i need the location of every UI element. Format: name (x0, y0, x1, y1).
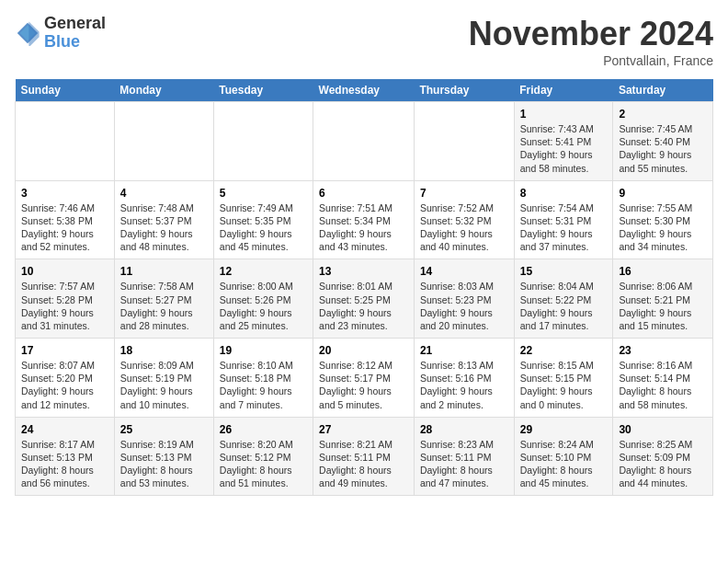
day-info: Sunrise: 8:06 AMSunset: 5:21 PMDaylight:… (619, 280, 707, 332)
day-number: 11 (120, 265, 208, 278)
day-info: Sunrise: 8:19 AMSunset: 5:13 PMDaylight:… (120, 438, 208, 490)
day-info: Sunrise: 8:25 AMSunset: 5:09 PMDaylight:… (619, 438, 707, 490)
day-info: Sunrise: 8:23 AMSunset: 5:11 PMDaylight:… (420, 438, 508, 490)
calendar-week-row: 3Sunrise: 7:46 AMSunset: 5:38 PMDaylight… (16, 180, 713, 259)
day-number: 19 (220, 344, 307, 357)
day-number: 8 (520, 187, 608, 200)
day-info: Sunrise: 8:09 AMSunset: 5:19 PMDaylight:… (120, 359, 208, 411)
calendar-week-row: 1Sunrise: 7:43 AMSunset: 5:41 PMDaylight… (16, 102, 713, 181)
day-number: 4 (120, 187, 208, 200)
day-number: 22 (520, 344, 608, 357)
day-number: 25 (120, 423, 208, 436)
calendar-cell: 20Sunrise: 8:12 AMSunset: 5:17 PMDayligh… (313, 339, 415, 418)
day-number: 24 (21, 423, 108, 436)
day-number: 17 (21, 344, 108, 357)
day-number: 30 (619, 423, 707, 436)
day-info: Sunrise: 8:21 AMSunset: 5:11 PMDaylight:… (319, 438, 408, 490)
day-info: Sunrise: 8:04 AMSunset: 5:22 PMDaylight:… (520, 280, 608, 332)
day-number: 21 (420, 344, 508, 357)
calendar-day-header: Wednesday (313, 79, 415, 102)
day-number: 12 (220, 265, 307, 278)
day-number: 7 (420, 187, 508, 200)
day-number: 29 (520, 423, 608, 436)
day-info: Sunrise: 8:20 AMSunset: 5:12 PMDaylight:… (220, 438, 307, 490)
calendar-day-header: Monday (114, 79, 213, 102)
day-info: Sunrise: 7:48 AMSunset: 5:37 PMDaylight:… (120, 201, 208, 254)
day-info: Sunrise: 8:17 AMSunset: 5:13 PMDaylight:… (21, 438, 108, 490)
calendar-cell (16, 102, 115, 181)
calendar-cell: 11Sunrise: 7:58 AMSunset: 5:27 PMDayligh… (114, 259, 213, 339)
day-number: 10 (21, 265, 108, 278)
calendar-cell (313, 102, 415, 181)
calendar-cell (114, 102, 213, 181)
calendar-cell: 7Sunrise: 7:52 AMSunset: 5:32 PMDaylight… (414, 180, 514, 259)
calendar-cell: 28Sunrise: 8:23 AMSunset: 5:11 PMDayligh… (414, 417, 514, 496)
calendar-cell: 19Sunrise: 8:10 AMSunset: 5:18 PMDayligh… (213, 339, 313, 418)
calendar-cell: 17Sunrise: 8:07 AMSunset: 5:20 PMDayligh… (16, 339, 115, 418)
day-number: 26 (220, 423, 307, 436)
calendar-cell (213, 102, 313, 181)
day-number: 1 (520, 108, 608, 121)
calendar-cell: 22Sunrise: 8:15 AMSunset: 5:15 PMDayligh… (514, 339, 613, 418)
day-info: Sunrise: 8:13 AMSunset: 5:16 PMDaylight:… (420, 359, 508, 411)
calendar-cell: 15Sunrise: 8:04 AMSunset: 5:22 PMDayligh… (514, 259, 613, 339)
calendar-day-header: Saturday (613, 79, 713, 102)
calendar-cell: 12Sunrise: 8:00 AMSunset: 5:26 PMDayligh… (213, 259, 313, 339)
location: Pontvallain, France (469, 53, 713, 68)
calendar-day-header: Tuesday (213, 79, 313, 102)
calendar-cell: 16Sunrise: 8:06 AMSunset: 5:21 PMDayligh… (613, 259, 713, 339)
day-info: Sunrise: 7:57 AMSunset: 5:28 PMDaylight:… (21, 280, 108, 332)
day-number: 28 (420, 423, 508, 436)
calendar-cell: 14Sunrise: 8:03 AMSunset: 5:23 PMDayligh… (414, 259, 514, 339)
day-info: Sunrise: 7:45 AMSunset: 5:40 PMDaylight:… (619, 122, 707, 175)
day-number: 6 (319, 187, 408, 200)
calendar-cell: 1Sunrise: 7:43 AMSunset: 5:41 PMDaylight… (514, 102, 613, 181)
day-info: Sunrise: 7:55 AMSunset: 5:30 PMDaylight:… (619, 201, 707, 254)
calendar-cell: 13Sunrise: 8:01 AMSunset: 5:25 PMDayligh… (313, 259, 415, 339)
calendar-cell: 9Sunrise: 7:55 AMSunset: 5:30 PMDaylight… (613, 180, 713, 259)
day-info: Sunrise: 8:16 AMSunset: 5:14 PMDaylight:… (619, 359, 707, 411)
day-info: Sunrise: 7:43 AMSunset: 5:41 PMDaylight:… (520, 122, 608, 175)
calendar-cell: 18Sunrise: 8:09 AMSunset: 5:19 PMDayligh… (114, 339, 213, 418)
day-info: Sunrise: 7:54 AMSunset: 5:31 PMDaylight:… (520, 201, 608, 254)
calendar-cell: 6Sunrise: 7:51 AMSunset: 5:34 PMDaylight… (313, 180, 415, 259)
page-header: General Blue November 2024 Pontvallain, … (15, 15, 713, 68)
day-info: Sunrise: 7:52 AMSunset: 5:32 PMDaylight:… (420, 201, 508, 254)
calendar-cell (414, 102, 514, 181)
calendar-week-row: 10Sunrise: 7:57 AMSunset: 5:28 PMDayligh… (16, 259, 713, 339)
logo-general: General (44, 15, 106, 33)
calendar-day-header: Friday (514, 79, 613, 102)
day-number: 18 (120, 344, 208, 357)
day-number: 2 (619, 108, 707, 121)
calendar-week-row: 17Sunrise: 8:07 AMSunset: 5:20 PMDayligh… (16, 339, 713, 418)
calendar-cell: 24Sunrise: 8:17 AMSunset: 5:13 PMDayligh… (16, 417, 115, 496)
day-number: 5 (220, 187, 307, 200)
day-info: Sunrise: 8:07 AMSunset: 5:20 PMDaylight:… (21, 359, 108, 411)
day-info: Sunrise: 8:15 AMSunset: 5:15 PMDaylight:… (520, 359, 608, 411)
calendar-cell: 29Sunrise: 8:24 AMSunset: 5:10 PMDayligh… (514, 417, 613, 496)
calendar-day-header: Thursday (414, 79, 514, 102)
calendar-cell: 4Sunrise: 7:48 AMSunset: 5:37 PMDaylight… (114, 180, 213, 259)
month-title: November 2024 (469, 15, 713, 53)
calendar-cell: 2Sunrise: 7:45 AMSunset: 5:40 PMDaylight… (613, 102, 713, 181)
calendar-cell: 30Sunrise: 8:25 AMSunset: 5:09 PMDayligh… (613, 417, 713, 496)
day-number: 23 (619, 344, 707, 357)
logo: General Blue (15, 15, 106, 52)
calendar-week-row: 24Sunrise: 8:17 AMSunset: 5:13 PMDayligh… (16, 417, 713, 496)
calendar-table: SundayMondayTuesdayWednesdayThursdayFrid… (15, 79, 713, 496)
logo-icon (15, 20, 40, 46)
day-number: 9 (619, 187, 707, 200)
day-number: 27 (319, 423, 408, 436)
day-info: Sunrise: 8:00 AMSunset: 5:26 PMDaylight:… (220, 280, 307, 332)
logo-blue: Blue (44, 33, 106, 52)
calendar-cell: 21Sunrise: 8:13 AMSunset: 5:16 PMDayligh… (414, 339, 514, 418)
day-info: Sunrise: 8:24 AMSunset: 5:10 PMDaylight:… (520, 438, 608, 490)
logo-text: General Blue (44, 15, 106, 52)
calendar-cell: 10Sunrise: 7:57 AMSunset: 5:28 PMDayligh… (16, 259, 115, 339)
calendar-cell: 23Sunrise: 8:16 AMSunset: 5:14 PMDayligh… (613, 339, 713, 418)
svg-marker-2 (28, 21, 39, 46)
day-number: 3 (21, 187, 108, 200)
day-number: 16 (619, 265, 707, 278)
day-info: Sunrise: 8:03 AMSunset: 5:23 PMDaylight:… (420, 280, 508, 332)
calendar-cell: 25Sunrise: 8:19 AMSunset: 5:13 PMDayligh… (114, 417, 213, 496)
